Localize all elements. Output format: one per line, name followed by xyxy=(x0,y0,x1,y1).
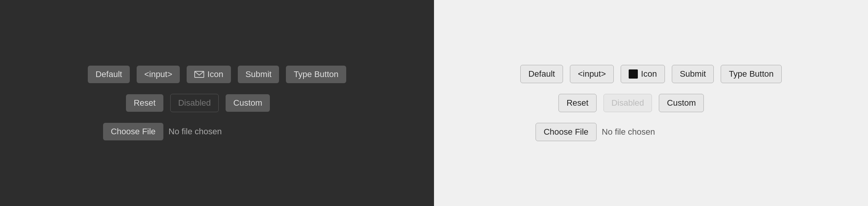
light-disabled-button: Disabled xyxy=(603,94,652,112)
light-row-2: Reset Disabled Custom xyxy=(558,94,704,112)
black-square-icon xyxy=(629,69,638,79)
dark-file-row: Choose File No file chosen xyxy=(103,123,222,140)
envelope-icon xyxy=(194,71,204,78)
dark-input-button[interactable]: <input> xyxy=(137,66,180,83)
dark-row-1: Default <input> Icon Submit Type Button xyxy=(88,66,346,83)
dark-row-2: Reset Disabled Custom xyxy=(126,94,270,112)
light-panel: Default <input> Icon Submit Type Button … xyxy=(434,0,868,206)
light-button-grid: Default <input> Icon Submit Type Button … xyxy=(520,65,782,141)
light-no-file-label: No file chosen xyxy=(602,127,655,137)
dark-choose-file-button[interactable]: Choose File xyxy=(103,123,163,140)
light-reset-button[interactable]: Reset xyxy=(558,94,596,112)
light-input-button[interactable]: <input> xyxy=(570,65,614,83)
light-default-button[interactable]: Default xyxy=(520,65,563,83)
dark-panel: Default <input> Icon Submit Type Button … xyxy=(0,0,434,206)
light-type-button[interactable]: Type Button xyxy=(721,65,781,83)
light-row-1: Default <input> Icon Submit Type Button xyxy=(520,65,782,83)
light-submit-button[interactable]: Submit xyxy=(672,65,714,83)
dark-submit-button[interactable]: Submit xyxy=(238,66,279,83)
light-custom-button[interactable]: Custom xyxy=(659,94,704,112)
dark-no-file-label: No file chosen xyxy=(169,127,222,137)
light-choose-file-button[interactable]: Choose File xyxy=(536,123,596,141)
dark-default-button[interactable]: Default xyxy=(88,66,130,83)
dark-button-grid: Default <input> Icon Submit Type Button … xyxy=(88,66,346,140)
dark-reset-button[interactable]: Reset xyxy=(126,94,163,112)
light-icon-button-label: Icon xyxy=(641,69,657,79)
dark-disabled-button: Disabled xyxy=(170,94,219,112)
light-file-row: Choose File No file chosen xyxy=(536,123,655,141)
dark-type-button[interactable]: Type Button xyxy=(286,66,346,83)
dark-icon-button[interactable]: Icon xyxy=(187,66,231,83)
dark-icon-button-label: Icon xyxy=(207,69,223,79)
dark-custom-button[interactable]: Custom xyxy=(226,94,270,112)
light-icon-button[interactable]: Icon xyxy=(621,65,665,83)
